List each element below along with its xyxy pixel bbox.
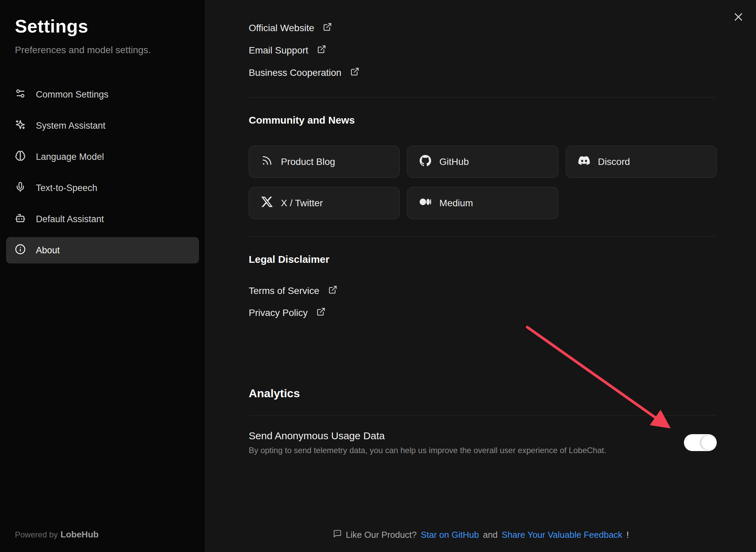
community-buttons: Product Blog GitHub Discord X / Twitter … xyxy=(249,146,717,219)
section-divider xyxy=(249,236,717,237)
medium-icon xyxy=(420,196,431,210)
page-title: Settings xyxy=(15,16,190,37)
button-label: X / Twitter xyxy=(281,198,323,209)
brain-icon xyxy=(15,150,26,164)
github-icon xyxy=(420,155,431,169)
sidebar-item-default-assistant[interactable]: Default Assistant xyxy=(6,206,199,232)
section-divider xyxy=(249,97,717,98)
sidebar-item-system-assistant[interactable]: System Assistant xyxy=(6,112,199,139)
official-website-link[interactable]: Official Website xyxy=(249,21,332,36)
rss-icon xyxy=(261,155,273,169)
close-icon[interactable] xyxy=(730,8,747,26)
section-divider xyxy=(249,416,717,416)
contact-us-heading: Contact Us xyxy=(249,0,717,2)
external-link-icon xyxy=(316,307,326,319)
usage-data-toggle[interactable] xyxy=(684,434,717,451)
footer-prefix: Like Our Product? xyxy=(346,530,417,540)
external-link-icon xyxy=(350,67,359,79)
link-label: Privacy Policy xyxy=(249,307,308,318)
external-link-icon xyxy=(328,285,337,297)
footer-suffix: ! xyxy=(626,530,629,540)
info-icon xyxy=(15,244,26,257)
privacy-policy-link[interactable]: Privacy Policy xyxy=(249,305,326,320)
business-cooperation-link[interactable]: Business Cooperation xyxy=(249,65,359,80)
terms-of-service-link[interactable]: Terms of Service xyxy=(249,283,337,298)
external-link-icon xyxy=(317,45,326,56)
link-label: Terms of Service xyxy=(249,285,319,296)
usage-data-label: Send Anonymous Usage Data xyxy=(249,429,606,443)
lobehub-brand[interactable]: LobeHub xyxy=(61,529,99,539)
mic-icon xyxy=(15,182,26,195)
about-panel: Contact Us Official Website Email Suppor… xyxy=(206,0,756,552)
footer-conjunction: and xyxy=(483,530,497,540)
bot-icon xyxy=(15,213,26,226)
button-label: GitHub xyxy=(439,156,469,167)
legal-links: Terms of Service Privacy Policy xyxy=(249,283,717,320)
sidebar-item-about[interactable]: About xyxy=(6,237,199,263)
link-label: Business Cooperation xyxy=(249,67,341,78)
sparkles-icon xyxy=(15,119,26,132)
sidebar-item-label: Text-to-Speech xyxy=(36,183,97,193)
discord-icon xyxy=(578,155,590,169)
email-support-link[interactable]: Email Support xyxy=(249,43,326,58)
legal-heading: Legal Disclaimer xyxy=(249,253,717,266)
link-label: Official Website xyxy=(249,23,314,34)
x-twitter-button[interactable]: X / Twitter xyxy=(249,187,400,219)
usage-data-texts: Send Anonymous Usage Data By opting to s… xyxy=(249,429,606,456)
powered-by: Powered byLobeHub xyxy=(15,529,98,540)
sidebar-item-text-to-speech[interactable]: Text-to-Speech xyxy=(6,175,199,201)
button-label: Product Blog xyxy=(281,156,335,167)
github-button[interactable]: GitHub xyxy=(407,146,558,178)
medium-button[interactable]: Medium xyxy=(407,187,558,219)
discord-button[interactable]: Discord xyxy=(566,146,717,178)
analytics-heading: Analytics xyxy=(249,385,717,401)
sidebar-item-label: System Assistant xyxy=(36,121,106,131)
sidebar-item-common-settings[interactable]: Common Settings xyxy=(6,81,199,108)
powered-by-label: Powered by xyxy=(15,530,58,539)
feedback-icon xyxy=(333,529,342,540)
community-heading: Community and News xyxy=(249,114,717,127)
external-link-icon xyxy=(323,22,332,34)
contact-links: Official Website Email Support Business … xyxy=(249,21,717,80)
sliders-icon xyxy=(15,88,26,101)
settings-sidebar: Settings Preferences and model settings.… xyxy=(0,0,205,552)
settings-nav: Common Settings System Assistant Languag… xyxy=(6,81,199,263)
link-label: Email Support xyxy=(249,45,308,56)
toggle-knob xyxy=(701,436,715,450)
usage-data-setting: Send Anonymous Usage Data By opting to s… xyxy=(249,429,717,456)
button-label: Medium xyxy=(439,198,473,209)
x-icon xyxy=(261,196,273,210)
product-blog-button[interactable]: Product Blog xyxy=(249,146,400,178)
sidebar-item-label: Language Model xyxy=(36,152,104,162)
sidebar-item-label: Default Assistant xyxy=(36,214,104,225)
usage-data-description: By opting to send telemetry data, you ca… xyxy=(249,445,606,456)
star-on-github-link[interactable]: Star on GitHub xyxy=(421,530,479,540)
sidebar-item-label: Common Settings xyxy=(36,89,109,100)
button-label: Discord xyxy=(598,156,630,167)
product-footer: Like Our Product? Star on GitHub and Sha… xyxy=(206,529,756,540)
sidebar-item-language-model[interactable]: Language Model xyxy=(6,144,199,170)
sidebar-item-label: About xyxy=(36,245,60,256)
share-feedback-link[interactable]: Share Your Valuable Feedback xyxy=(502,530,623,540)
page-subtitle: Preferences and model settings. xyxy=(15,45,190,56)
